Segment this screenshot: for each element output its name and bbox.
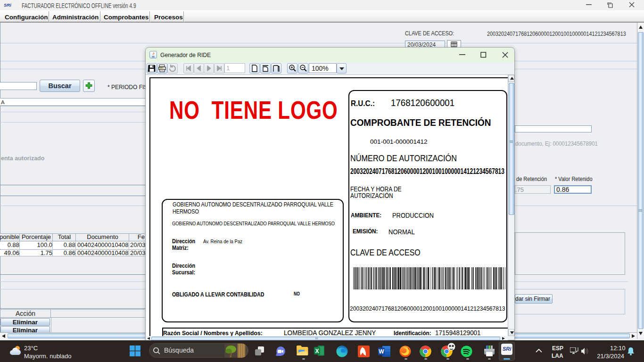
svg-text:W: W [379, 348, 384, 355]
svg-text:X: X [315, 348, 319, 354]
